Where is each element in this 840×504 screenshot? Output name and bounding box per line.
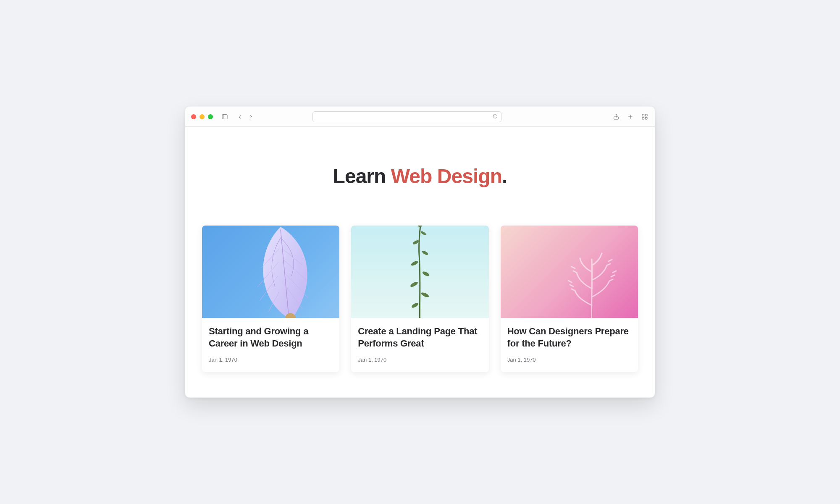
svg-rect-0: [222, 115, 227, 119]
reload-icon[interactable]: [493, 113, 498, 121]
plant-icon: [395, 226, 445, 318]
fern-icon: [558, 242, 625, 318]
title-suffix: .: [502, 165, 507, 187]
card-body: How Can Designers Prepare for the Future…: [501, 318, 638, 372]
leaf-icon: [226, 226, 335, 318]
address-bar[interactable]: [312, 111, 501, 122]
card-grid: Starting and Growing a Career in Web Des…: [202, 226, 638, 372]
forward-button[interactable]: [247, 113, 255, 121]
svg-point-12: [410, 281, 418, 288]
title-prefix: Learn: [333, 165, 391, 187]
card-title: Starting and Growing a Career in Web Des…: [209, 326, 333, 349]
card-body: Create a Landing Page That Performs Grea…: [351, 318, 488, 372]
back-button[interactable]: [236, 113, 244, 121]
svg-point-14: [410, 260, 419, 267]
card-title: Create a Landing Page That Performs Grea…: [358, 326, 482, 349]
svg-point-10: [411, 302, 419, 309]
tab-overview-icon[interactable]: [640, 113, 649, 121]
card-date: Jan 1, 1970: [507, 357, 631, 363]
page-title: Learn Web Design.: [202, 165, 638, 188]
page-content: Learn Web Design.: [185, 127, 655, 397]
card-date: Jan 1, 1970: [358, 357, 482, 363]
maximize-window-button[interactable]: [208, 114, 213, 119]
card-date: Jan 1, 1970: [209, 357, 333, 363]
article-card[interactable]: How Can Designers Prepare for the Future…: [501, 226, 638, 372]
svg-rect-6: [645, 114, 647, 116]
new-tab-icon[interactable]: [626, 113, 635, 121]
svg-rect-8: [645, 117, 647, 119]
close-window-button[interactable]: [191, 114, 196, 119]
browser-window: Learn Web Design.: [185, 106, 655, 397]
card-title: How Can Designers Prepare for the Future…: [507, 326, 631, 349]
svg-rect-5: [642, 114, 644, 116]
title-accent: Web Design: [391, 165, 502, 187]
svg-point-11: [420, 292, 430, 299]
svg-point-15: [421, 250, 428, 256]
share-icon[interactable]: [612, 113, 620, 121]
nav-arrows: [236, 113, 255, 121]
browser-toolbar: [185, 107, 655, 127]
article-card[interactable]: Starting and Growing a Career in Web Des…: [202, 226, 339, 372]
svg-point-18: [418, 226, 422, 227]
card-image: [351, 226, 488, 318]
sidebar-toggle-icon[interactable]: [220, 113, 229, 121]
toolbar-right: [612, 113, 649, 121]
card-image: [501, 226, 638, 318]
svg-point-13: [422, 271, 430, 278]
svg-point-17: [420, 231, 426, 236]
window-controls: [191, 114, 213, 119]
card-body: Starting and Growing a Career in Web Des…: [202, 318, 339, 372]
svg-rect-7: [642, 117, 644, 119]
minimize-window-button[interactable]: [200, 114, 205, 119]
article-card[interactable]: Create a Landing Page That Performs Grea…: [351, 226, 488, 372]
card-image: [202, 226, 339, 318]
svg-point-16: [412, 239, 419, 245]
